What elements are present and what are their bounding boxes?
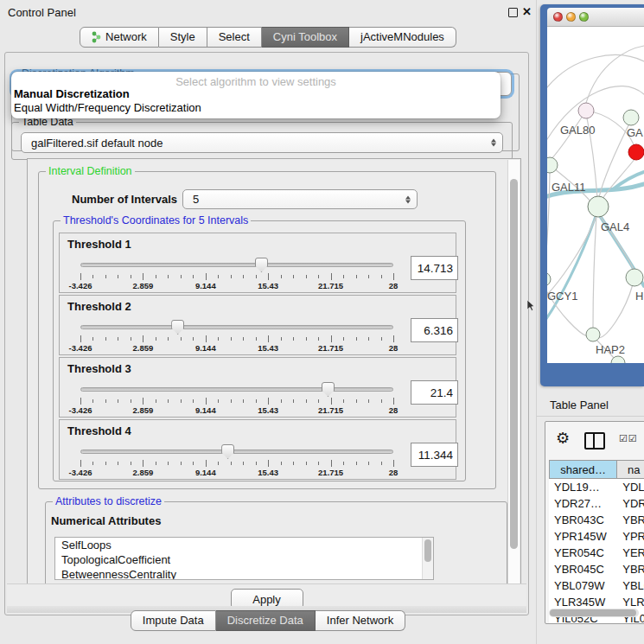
table-cell: YBR0: [617, 512, 644, 528]
control-panel-window: Control Panel ✕ NetworkStyleSelectCyni T…: [0, 0, 537, 644]
network-node[interactable]: [626, 269, 643, 286]
table-body: YDL19…YDL1YDR27…YDR2YBR043CYBR0YPR145WYP…: [549, 479, 644, 624]
tab-discretize-data[interactable]: Discretize Data: [216, 610, 316, 631]
tick-mark: [218, 462, 219, 465]
close-traffic-light-icon[interactable]: [553, 12, 563, 22]
network-edge[interactable]: [547, 215, 596, 298]
table-horizontal-scrollbar[interactable]: [549, 609, 639, 617]
number-of-intervals-combobox[interactable]: 5: [182, 189, 418, 209]
tick-mark: [368, 462, 369, 465]
table-cell: YBL079W: [549, 577, 617, 594]
threshold-slider[interactable]: -3.4262.8599.14415.4321.71528: [80, 318, 393, 353]
table-row[interactable]: YBR043CYBR0: [549, 512, 644, 528]
numerical-attributes-list[interactable]: SelfLoopsTopologicalCoefficientBetweenne…: [54, 537, 434, 580]
table-column-header[interactable]: na: [617, 460, 644, 479]
threshold-slider[interactable]: -3.4262.8599.14415.4321.71528: [80, 380, 393, 415]
tab-infer-network[interactable]: Infer Network: [316, 610, 405, 631]
slider-handle[interactable]: [255, 258, 268, 272]
tab-cyni-toolbox[interactable]: Cyni Toolbox: [262, 27, 349, 48]
table-cell: YPR145W: [549, 528, 617, 545]
tab-jactivemnodules[interactable]: jActiveMNodules: [349, 27, 456, 48]
table-row[interactable]: YDR27…YDR2: [549, 495, 644, 512]
network-edge[interactable]: [599, 284, 633, 338]
slider-handle[interactable]: [171, 320, 184, 335]
tick-mark: [80, 398, 81, 405]
tick-label: 15.43: [258, 343, 278, 353]
network-edge[interactable]: [547, 172, 550, 272]
tick-mark: [243, 399, 244, 403]
slider-handle[interactable]: [322, 382, 335, 397]
tick-mark: [218, 337, 219, 341]
tab-network[interactable]: Network: [80, 27, 159, 48]
threshold-value-field[interactable]: [411, 443, 458, 467]
network-node-label: GAL4: [601, 220, 629, 233]
tab-label: Infer Network: [327, 611, 393, 630]
stepper-arrows-icon: [405, 195, 411, 203]
table-cell: YBR045C: [549, 561, 617, 577]
tick-mark: [156, 462, 156, 465]
network-canvas[interactable]: GAL80GAGAL11GAL4GCY1HHAP2: [547, 27, 644, 363]
threshold-value-field[interactable]: [411, 256, 458, 280]
table-column-header[interactable]: shared…: [549, 460, 617, 479]
network-edge[interactable]: [547, 214, 596, 322]
close-icon[interactable]: ✕: [522, 5, 532, 18]
network-node[interactable]: [588, 196, 609, 217]
tick-mark: [306, 462, 307, 465]
tick-label: -3.426: [69, 405, 92, 415]
tick-mark: [80, 460, 81, 467]
network-edge[interactable]: [547, 55, 644, 87]
tab-style[interactable]: Style: [159, 27, 207, 48]
table-row[interactable]: YBL079WYBL0: [549, 577, 644, 594]
tick-mark: [118, 462, 118, 465]
table-cell: YBR043C: [549, 512, 617, 528]
checkbox-icons[interactable]: ☑☑: [619, 433, 638, 444]
tick-mark: [368, 399, 369, 403]
algorithm-option[interactable]: Manual Discretization: [14, 87, 130, 100]
gear-icon[interactable]: ⚙: [556, 429, 570, 448]
network-node[interactable]: [623, 110, 639, 125]
network-node[interactable]: [586, 328, 600, 341]
attribute-list-item[interactable]: BetweennessCentrality: [55, 567, 433, 580]
table-row[interactable]: YDL19…YDL1: [549, 479, 644, 495]
tick-mark: [118, 275, 118, 278]
network-window-titlebar[interactable]: [547, 8, 644, 27]
slider-tick-labels: -3.4262.8599.14415.4321.71528: [80, 281, 393, 290]
threshold-value-field[interactable]: [411, 318, 458, 342]
tab-select[interactable]: Select: [207, 27, 262, 48]
tick-mark: [206, 335, 207, 342]
tick-mark: [168, 275, 169, 278]
network-node[interactable]: [628, 144, 644, 160]
float-window-icon[interactable]: [508, 8, 518, 17]
attribute-list-item[interactable]: SelfLoops: [55, 538, 433, 552]
tick-mark: [281, 462, 282, 465]
table-row[interactable]: YPR145WYPR1: [549, 528, 644, 545]
table-cell: YDR2: [617, 495, 644, 512]
tick-mark: [218, 399, 219, 403]
attributes-scrollbar[interactable]: [422, 538, 433, 579]
attribute-list-item[interactable]: TopologicalCoefficient: [55, 552, 433, 567]
tab-label: Cyni Toolbox: [273, 28, 337, 47]
algorithm-option[interactable]: Equal Width/Frequency Discretization: [14, 101, 201, 114]
tab-impute-data[interactable]: Impute Data: [131, 610, 216, 631]
network-edge[interactable]: [593, 215, 596, 328]
tick-mark: [318, 399, 319, 403]
tick-label: 9.144: [195, 468, 216, 477]
network-node[interactable]: [547, 272, 551, 286]
threshold-slider[interactable]: -3.4262.8599.14415.4321.71528: [80, 256, 393, 290]
tick-mark: [231, 275, 232, 278]
tick-mark: [356, 275, 357, 278]
mouse-cursor: [527, 300, 535, 311]
threshold-value-field[interactable]: [411, 380, 458, 405]
threshold-slider[interactable]: -3.4262.8599.14415.4321.71528: [80, 443, 393, 477]
slider-handle[interactable]: [221, 444, 234, 459]
tick-mark: [256, 462, 257, 465]
settings-vertical-scrollbar[interactable]: [507, 160, 520, 585]
table-row[interactable]: YBR045CYBR0: [549, 561, 644, 577]
table-row[interactable]: YER054CYER0: [549, 545, 644, 561]
minimize-traffic-light-icon[interactable]: [566, 12, 576, 22]
network-node[interactable]: [578, 103, 594, 118]
tick-mark: [243, 462, 244, 465]
split-columns-icon[interactable]: [584, 432, 605, 450]
zoom-traffic-light-icon[interactable]: [579, 12, 589, 22]
table-data-combobox[interactable]: galFiltered.sif default node: [21, 132, 503, 153]
